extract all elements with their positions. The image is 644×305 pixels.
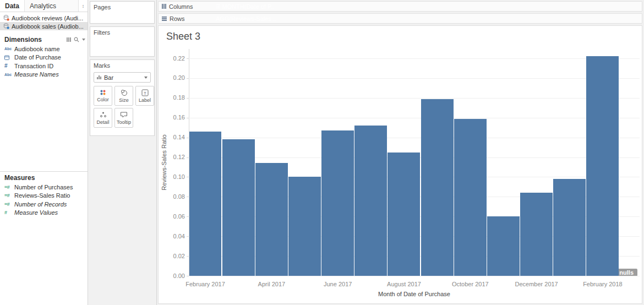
field-label: Reviews-Sales Ratio [14, 192, 70, 199]
bar-mark[interactable] [288, 177, 321, 276]
datasource-list: Audiobook reviews (Audi... Audiobook sal… [0, 12, 88, 31]
search-icon[interactable] [74, 37, 79, 42]
bar-mark[interactable] [255, 163, 288, 276]
number-icon: # [4, 210, 7, 215]
pane-collapse-icon[interactable]: ↕ [79, 0, 88, 12]
button-label: Size [119, 97, 129, 103]
button-label: Color [97, 97, 109, 102]
size-button[interactable]: Size [114, 86, 133, 106]
x-axis-title[interactable]: Month of Date of Purchase [189, 291, 640, 297]
button-label: Label [139, 97, 151, 103]
field-label: Measure Names [14, 71, 59, 78]
shelf-label-text: Rows [170, 15, 185, 22]
mark-type-dropdown[interactable]: Bar [94, 72, 151, 83]
field-audiobook-name[interactable]: Abc Audiobook name [0, 45, 88, 53]
field-label: Audiobook name [14, 46, 60, 52]
field-date-of-purchase[interactable]: Date of Purchase [0, 53, 88, 62]
y-tick-mark [187, 118, 189, 118]
filters-label: Filters [94, 29, 151, 36]
bar-chart-icon [97, 75, 101, 79]
chevron-down-icon [144, 77, 148, 79]
bar-mark[interactable] [222, 139, 255, 276]
y-tick-mark [187, 157, 189, 158]
color-button[interactable]: Color [94, 86, 112, 106]
y-tick-mark [187, 58, 189, 59]
field-measure-values[interactable]: # Measure Values [0, 209, 88, 217]
marks-label: Marks [94, 62, 151, 69]
bar-mark[interactable] [321, 130, 354, 276]
columns-icon [162, 4, 166, 9]
field-label: Number of Purchases [14, 184, 73, 190]
y-tick-mark [187, 98, 189, 99]
bar-mark[interactable] [388, 153, 420, 276]
view-data-icon[interactable] [67, 37, 71, 42]
sheet-title: Sheet 3 [166, 31, 200, 42]
pill-month-date-of-purchase[interactable]: ⊞ MONTH(Date of P.. [211, 2, 279, 11]
x-tick-label: April 2017 [238, 281, 304, 287]
y-tick-label: 0.04 [159, 233, 185, 239]
rows-shelf[interactable]: Rows AGG(Reviews-Sales .. [158, 13, 642, 24]
field-transaction-id[interactable]: # Transaction ID [0, 62, 88, 70]
y-gridline [189, 276, 640, 276]
bar-mark[interactable] [189, 132, 222, 276]
svg-text:T: T [144, 90, 146, 95]
pages-shelf[interactable]: Pages [90, 1, 155, 24]
field-number-of-records[interactable]: =# Number of Records [0, 200, 88, 209]
tab-analytics[interactable]: Analytics [24, 0, 79, 12]
field-reviews-sales-ratio[interactable]: =# Reviews-Sales Ratio [0, 192, 88, 200]
data-pane: Data Analytics ↕ Audiobook reviews (Audi… [0, 0, 88, 305]
y-tick-mark [187, 216, 189, 217]
rows-icon [162, 17, 167, 21]
datasource-item-sales[interactable]: Audiobook sales (Audiob... [0, 22, 88, 30]
y-tick-label: 0.14 [159, 134, 185, 140]
field-label: Date of Purchase [14, 54, 61, 61]
y-gridline [189, 58, 640, 59]
detail-icon [100, 111, 107, 118]
bar-mark[interactable] [553, 179, 586, 276]
dimensions-menu-icon[interactable] [82, 39, 85, 41]
shelf-column: Pages Filters Marks Bar Color [88, 0, 157, 305]
x-tick-label: August 2017 [371, 281, 437, 287]
bar-mark[interactable] [586, 56, 619, 276]
field-measure-names[interactable]: Abc Measure Names [0, 70, 88, 79]
y-tick-mark [187, 276, 189, 276]
abc-icon: Abc [4, 47, 12, 51]
calc-number-icon: =# [4, 201, 9, 207]
y-tick-mark [187, 138, 189, 138]
label-button[interactable]: T Label [135, 86, 154, 106]
dimensions-title: Dimensions [4, 36, 42, 43]
detail-button[interactable]: Detail [94, 108, 112, 128]
x-tick-label: December 2017 [504, 281, 570, 287]
pages-label: Pages [94, 4, 151, 10]
marks-card: Marks Bar Color [90, 59, 155, 136]
y-tick-label: 0.08 [159, 193, 185, 200]
columns-shelf[interactable]: Columns ⊞ MONTH(Date of P.. [158, 1, 642, 12]
tooltip-button[interactable]: Tooltip [114, 108, 133, 128]
expand-plus-icon[interactable]: ⊞ [216, 3, 220, 9]
bar-mark[interactable] [487, 216, 520, 276]
color-icon [100, 89, 106, 96]
x-tick-label: February 2018 [570, 281, 636, 287]
tab-data[interactable]: Data [0, 0, 24, 12]
sheet-canvas[interactable]: Sheet 3 Reviews-Sales Ratio Month of Dat… [158, 25, 642, 304]
y-tick-label: 0.22 [159, 55, 185, 62]
field-label: Transaction ID [14, 63, 53, 69]
marks-buttons: Color Size T Label [94, 86, 151, 128]
bar-mark[interactable] [354, 126, 387, 276]
y-gridline [189, 118, 640, 118]
pane-divider[interactable] [0, 171, 88, 172]
pill-text: AGG(Reviews-Sales .. [216, 15, 276, 22]
y-gridline [189, 78, 640, 79]
y-tick-label: 0.02 [159, 253, 185, 259]
y-tick-mark [187, 177, 189, 177]
field-number-of-purchases[interactable]: =# Number of Purchases [0, 183, 88, 192]
pill-agg-reviews-sales-ratio[interactable]: AGG(Reviews-Sales .. [211, 14, 281, 23]
measures-list: =# Number of Purchases =# Reviews-Sales … [0, 183, 88, 217]
filters-shelf[interactable]: Filters [90, 26, 155, 57]
bar-mark[interactable] [421, 99, 454, 276]
abc-icon: Abc [4, 73, 12, 77]
y-tick-label: 0.18 [159, 94, 185, 101]
bar-mark[interactable] [454, 119, 487, 276]
bar-mark[interactable] [520, 193, 553, 276]
datasource-item-reviews[interactable]: Audiobook reviews (Audi... [0, 14, 88, 22]
